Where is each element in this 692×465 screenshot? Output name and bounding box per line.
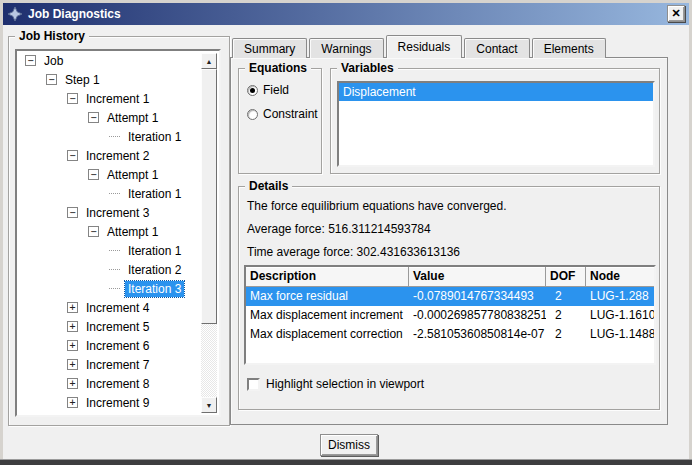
tree-item-label[interactable]: Increment 6 (83, 338, 152, 354)
tree-item-label[interactable]: Increment 7 (83, 357, 152, 373)
tree-scrollbar[interactable]: ▲ ▼ (201, 53, 217, 413)
tree-item[interactable]: −Increment 3 (17, 203, 219, 222)
cell-description[interactable]: Max displacement increment (246, 306, 409, 325)
collapse-icon[interactable]: − (46, 74, 57, 85)
expand-icon[interactable]: + (67, 397, 78, 408)
table-row[interactable]: Max force residual-0.07890147673344932LU… (246, 287, 654, 306)
collapse-icon[interactable]: − (88, 169, 99, 180)
residuals-table[interactable]: Description Value DOF Node Max force res… (244, 265, 656, 365)
tree-item-label[interactable]: Increment 2 (83, 148, 152, 164)
cell-node[interactable]: LUG-1.1488 (586, 325, 654, 344)
cell-value[interactable]: -2.58105360850814e-07 (409, 325, 546, 344)
tree-item[interactable]: −Job (17, 51, 219, 70)
radio-field[interactable]: Field (247, 83, 289, 97)
tree-item-label[interactable]: Increment 4 (83, 300, 152, 316)
tab-elements[interactable]: Elements (532, 38, 606, 58)
tree-item-label[interactable]: Iteration 1 (125, 129, 184, 145)
cell-dof[interactable]: 2 (546, 287, 586, 306)
title-bar[interactable]: Job Diagnostics ✕ (3, 3, 689, 25)
header-dof[interactable]: DOF (546, 267, 586, 286)
window-bottom-edge (0, 459, 692, 465)
scrollbar-thumb[interactable] (201, 69, 217, 324)
variable-item[interactable]: Displacement (339, 83, 653, 101)
tree-item-label[interactable]: Iteration 1 (125, 243, 184, 259)
expand-icon[interactable]: + (67, 321, 78, 332)
close-button[interactable]: ✕ (667, 5, 685, 22)
expand-icon[interactable]: + (67, 378, 78, 389)
scroll-down-icon[interactable]: ▼ (201, 397, 217, 413)
tree-item[interactable]: +Increment 6 (17, 336, 219, 355)
tree-item[interactable]: −Step 1 (17, 70, 219, 89)
tree-item[interactable]: +Increment 9 (17, 393, 219, 412)
tree-item[interactable]: +Increment 7 (17, 355, 219, 374)
highlight-selection-checkbox[interactable]: Highlight selection in viewport (247, 377, 424, 391)
tree-item-label[interactable]: Increment 1 (83, 91, 152, 107)
tab-contact[interactable]: Contact (464, 38, 529, 58)
tree-item-label[interactable]: Attempt 1 (104, 167, 161, 183)
tree-item[interactable]: +Increment 4 (17, 298, 219, 317)
table-header-row: Description Value DOF Node (246, 267, 654, 287)
tree-item[interactable]: +Increment 5 (17, 317, 219, 336)
collapse-icon[interactable]: − (67, 207, 78, 218)
cell-value[interactable]: -0.000269857780838251 (409, 306, 546, 325)
table-row[interactable]: Max displacement increment-0.00026985778… (246, 306, 654, 325)
header-value[interactable]: Value (409, 267, 546, 286)
tab-residuals[interactable]: Residuals (386, 35, 463, 58)
scroll-up-icon[interactable]: ▲ (201, 53, 217, 69)
tree-item-label[interactable]: Increment 9 (83, 395, 152, 411)
dismiss-button[interactable]: Dismiss (320, 434, 378, 456)
cell-description[interactable]: Max displacement correction (246, 325, 409, 344)
cell-description[interactable]: Max force residual (246, 287, 409, 306)
expand-icon[interactable]: + (67, 340, 78, 351)
collapse-icon[interactable]: − (88, 112, 99, 123)
tree-item[interactable]: −Attempt 1 (17, 222, 219, 241)
tree-item-label[interactable]: Iteration 1 (125, 186, 184, 202)
cell-node[interactable]: LUG-1.1610 (586, 306, 654, 325)
radio-constraint-icon[interactable] (247, 109, 258, 120)
tree-item-label[interactable]: Increment 5 (83, 319, 152, 335)
tab-summary[interactable]: Summary (232, 38, 307, 58)
tree-item-label[interactable]: Increment 8 (83, 376, 152, 392)
expand-icon[interactable]: + (67, 359, 78, 370)
job-history-group: Job History −Job−Step 1−Increment 1−Atte… (8, 36, 230, 426)
tree-item[interactable]: −Attempt 1 (17, 108, 219, 127)
radio-field-icon[interactable] (247, 85, 258, 96)
tree-connector (109, 136, 120, 137)
header-description[interactable]: Description (246, 267, 409, 286)
header-node[interactable]: Node (586, 267, 654, 286)
collapse-icon[interactable]: − (88, 226, 99, 237)
table-row[interactable]: Max displacement correction-2.5810536085… (246, 325, 654, 344)
tree-item[interactable]: Iteration 1 (17, 184, 219, 203)
tree-item[interactable]: Iteration 1 (17, 241, 219, 260)
collapse-icon[interactable]: − (25, 55, 36, 66)
close-icon: ✕ (671, 8, 680, 19)
checkbox-icon[interactable] (247, 378, 260, 391)
tree-item[interactable]: Iteration 3 (17, 279, 219, 298)
cell-value[interactable]: -0.0789014767334493 (409, 287, 546, 306)
job-history-tree[interactable]: −Job−Step 1−Increment 1−Attempt 1Iterati… (15, 49, 221, 417)
variables-list[interactable]: Displacement (337, 81, 655, 167)
tree-item-label[interactable]: Increment 3 (83, 205, 152, 221)
radio-constraint[interactable]: Constraint (247, 107, 318, 121)
cell-node[interactable]: LUG-1.288 (586, 287, 654, 306)
tree-connector (109, 288, 120, 289)
tree-item[interactable]: Iteration 2 (17, 260, 219, 279)
tree-item[interactable]: −Increment 2 (17, 146, 219, 165)
tree-item-label[interactable]: Step 1 (62, 72, 103, 88)
tree-item[interactable]: +Increment 8 (17, 374, 219, 393)
collapse-icon[interactable]: − (67, 150, 78, 161)
tree-item[interactable]: −Increment 1 (17, 89, 219, 108)
tree-item-label[interactable]: Attempt 1 (104, 110, 161, 126)
tab-warnings[interactable]: Warnings (309, 38, 383, 58)
expand-icon[interactable]: + (67, 302, 78, 313)
tree-item-label[interactable]: Attempt 1 (104, 224, 161, 240)
tree-item-label[interactable]: Job (41, 53, 66, 69)
cell-dof[interactable]: 2 (546, 306, 586, 325)
tree-item-label[interactable]: Iteration 2 (125, 262, 184, 278)
tree-item[interactable]: Iteration 1 (17, 127, 219, 146)
tree-item-label[interactable]: Iteration 3 (125, 281, 184, 297)
collapse-icon[interactable]: − (67, 93, 78, 104)
tree-item[interactable]: −Attempt 1 (17, 165, 219, 184)
radio-constraint-label: Constraint (263, 107, 318, 121)
cell-dof[interactable]: 2 (546, 325, 586, 344)
